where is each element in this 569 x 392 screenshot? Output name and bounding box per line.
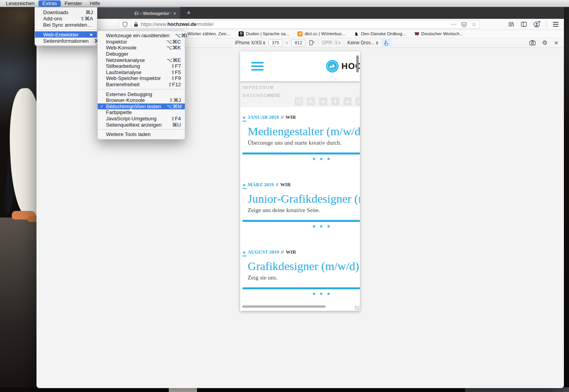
urlbar-divider (131, 22, 131, 27)
stepper-icon (338, 41, 341, 45)
listing-subtitle: Zeige uns deine kreative Seite. (248, 207, 320, 214)
menubar-extras[interactable]: Extras (38, 0, 61, 7)
link-agb[interactable]: AGB (268, 93, 279, 98)
pocket-icon[interactable] (461, 22, 467, 27)
menu-item-werkzeuge[interactable]: Werkzeuge ein-/ausblenden⌥⌘I (98, 33, 185, 39)
rotate-device-icon[interactable] (308, 40, 315, 46)
menu-item-downloads[interactable]: Downloads ⌘J (35, 9, 97, 15)
rdm-separator (318, 40, 319, 46)
tab-bar: EI – Werbeagentur Fle ✕ + (36, 7, 564, 19)
viewport-vertical-scrollbar[interactable] (356, 55, 359, 73)
webdev-submenu: Werkzeuge ein-/ausblenden⌥⌘I Inspektor⌥⌘… (97, 31, 185, 140)
xing-icon[interactable]: X( (319, 97, 327, 105)
rss-icon[interactable] (307, 97, 315, 105)
library-icon[interactable] (508, 21, 514, 27)
listing-dash (243, 188, 246, 189)
menu-item-weitere-tools[interactable]: Weitere Tools laden (98, 131, 185, 138)
facebook-icon[interactable]: f (331, 97, 339, 105)
stepper-icon (263, 41, 265, 45)
menubar-fenster[interactable]: Fenster (61, 0, 86, 7)
listing-subtitle: Zeig sie uns. (248, 274, 277, 281)
lock-icon[interactable] (134, 22, 138, 27)
listing-date-line: ★ JANUAR 2019 // WIR (243, 114, 296, 120)
app-menu-icon[interactable] (553, 22, 558, 27)
bookmark-woerter[interactable]: Wörter zählen, Zeic... (188, 31, 230, 36)
url-bar[interactable]: https://www.hochzwei.de/mobile/ ⋯ ☆ (119, 20, 480, 29)
bookmark-ordbog[interactable]: ♞ Den Danske Ordbog... (354, 31, 406, 36)
menu-item-externes-debugging[interactable]: Externes Debugging (98, 91, 185, 97)
menu-item-javascript-umgebung[interactable]: JavaScript-Umgebung⇧F4 (98, 116, 185, 122)
toolbar-separator (546, 21, 547, 27)
menu-item-web-entwickler[interactable]: Web-Entwickler ▶ (35, 31, 97, 38)
checkmark-icon: ✓ (100, 104, 104, 109)
site-header: HOCHZWEI (240, 51, 360, 81)
account-notification-dot (538, 20, 541, 23)
menu-item-seiteninformationen[interactable]: Seiteninformationen ⌘I (35, 38, 97, 44)
menu-item-inspektor[interactable]: Inspektor⌥⌘C (98, 39, 185, 45)
rdm-settings-gear-icon[interactable]: ⚙ (542, 39, 547, 46)
tab-hochzwei[interactable]: EI – Werbeagentur Fle ✕ (95, 7, 180, 19)
mobile-viewport: HOCHZWEI IMPRESSUM DATENSCHUTZ AGB X( f … (240, 51, 360, 311)
menu-item-browser-konsole[interactable]: Browser-Konsole⇧⌘J (98, 97, 185, 103)
listing-date-line: ★ MÄRZ 2019 // WIR (243, 182, 291, 188)
social-icons-row: X( f v YouTube (295, 97, 360, 105)
account-icon[interactable] (533, 21, 540, 28)
menu-item-barrierefreiheit[interactable]: Barrierefreiheit⇧F12 (98, 82, 185, 88)
viewport-resize-handle[interactable] (355, 306, 359, 310)
viewport-width-input[interactable] (268, 40, 283, 46)
listing-rule (243, 287, 360, 289)
wallpaper-rock (0, 218, 39, 392)
site-menu-hamburger-icon[interactable] (251, 62, 264, 71)
youtube-icon[interactable]: YouTube (356, 97, 360, 105)
menu-item-sync[interactable]: Bei Sync anmelden... (35, 22, 97, 28)
star-icon: ★ (243, 250, 246, 254)
menu-item-web-konsole[interactable]: Web-Konsole⌥⌘K (98, 45, 185, 51)
listing-rule (243, 220, 360, 222)
mail-icon[interactable] (295, 97, 303, 105)
dpr-selector[interactable]: DPR: 3 (322, 40, 341, 45)
dimension-times: × (286, 40, 288, 45)
touch-simulation-button[interactable] (381, 39, 392, 47)
bookmark-duden[interactable]: D Duden | Sprache sa... (239, 31, 289, 36)
bookmark-wortschatz[interactable]: W Deutscher Wortsch... (414, 31, 463, 36)
viewport-horizontal-scrollbar[interactable] (242, 305, 326, 308)
new-tab-button[interactable]: + (184, 8, 193, 18)
sidebar-icon[interactable] (521, 21, 527, 27)
bookmark-star-icon[interactable]: ☆ (471, 21, 476, 27)
listing-dash (243, 121, 246, 122)
menu-item-farbpipette[interactable]: Farbpipette (98, 109, 185, 116)
toolbar-right-icons (508, 19, 558, 30)
listing-title[interactable]: Grafikdesigner (m/w/d) (248, 260, 359, 273)
rdm-close-icon[interactable]: ✕ (554, 40, 558, 46)
viewport-height-input[interactable] (291, 40, 305, 46)
rdm-separator (344, 40, 344, 46)
tracking-shield-icon[interactable] (122, 22, 128, 27)
listing-title[interactable]: Junior-Grafikdesigner (m/w/d) (248, 192, 360, 205)
menu-item-seitenquelltext[interactable]: Seitenquelltext anzeigen⌘U (98, 122, 185, 128)
menubar-lesezeichen[interactable]: Lesezeichen (2, 0, 38, 7)
tab-close-icon[interactable]: ✕ (173, 11, 176, 16)
throttling-selector[interactable]: Keine Dros... (347, 40, 378, 45)
star-icon: ★ (243, 183, 246, 187)
link-impressum[interactable]: IMPRESSUM (243, 85, 274, 90)
bookmark-dictcc[interactable]: d dict.cc | Wörterbuc... (297, 31, 346, 36)
stars-divider: ★ ★ ★ (243, 291, 360, 296)
menu-item-web-speicher[interactable]: Web-Speicher-Inspektor⇧F9 (98, 75, 185, 82)
hochzwei-logo-icon[interactable] (326, 60, 339, 73)
menubar-hilfe[interactable]: Hilfe (86, 0, 104, 7)
menu-item-netzwerkanalyse[interactable]: Netzwerkanalyse⌥⌘E (98, 57, 185, 63)
menu-item-bildschirmgroessen-testen[interactable]: ✓ Bildschirmgrößen testen⌥⌘M (98, 103, 185, 110)
wortschatz-icon: W (414, 31, 419, 36)
url-text: https://www.hochzwei.de/mobile/ (141, 22, 214, 27)
menu-item-laufzeitanalyse[interactable]: Laufzeitanalyse⇧F5 (98, 69, 185, 76)
vimeo-icon[interactable]: v (343, 97, 352, 105)
device-selector[interactable]: iPhone X/XS (235, 40, 265, 45)
page-actions-icon[interactable]: ⋯ (450, 21, 457, 28)
menu-item-debugger[interactable]: Debugger (98, 51, 185, 57)
dog-icon: ♞ (354, 31, 359, 36)
menu-item-stilbearbeitung[interactable]: Stilbearbeitung⇧F7 (98, 63, 185, 69)
menu-item-addons[interactable]: Add-ons ⇧⌘A (35, 15, 97, 22)
duden-icon: D (239, 31, 244, 36)
screenshot-camera-icon[interactable] (529, 40, 536, 45)
listing-title[interactable]: Mediengestalter (m/w/d) (248, 125, 360, 138)
